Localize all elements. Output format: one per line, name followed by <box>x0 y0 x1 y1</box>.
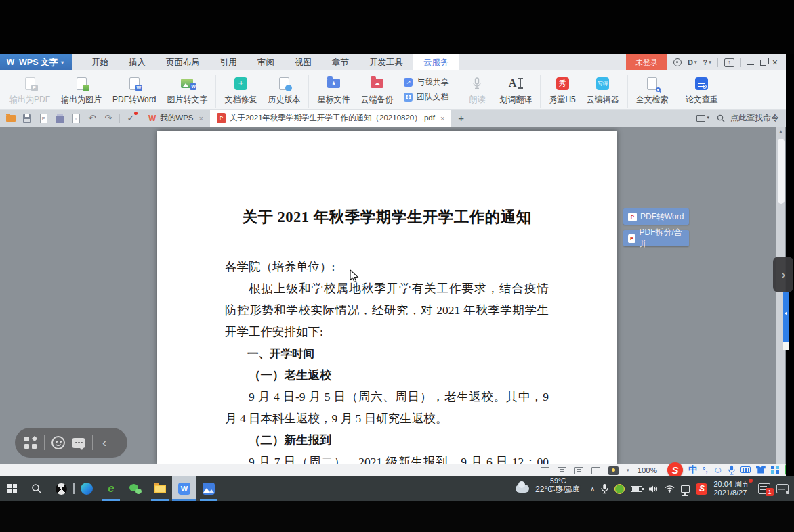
chat-bubble-icon[interactable] <box>72 438 85 448</box>
scrollbar-thumb[interactable] <box>778 139 785 204</box>
close-button[interactable]: × <box>772 58 778 67</box>
start-button[interactable] <box>0 476 24 501</box>
print-icon[interactable] <box>54 113 65 124</box>
theme-skin-button[interactable]: D▾ <box>688 58 696 66</box>
emoji-icon[interactable]: ☺ <box>713 464 722 475</box>
wps-taskbar-icon[interactable] <box>172 476 196 501</box>
360-tray-icon[interactable] <box>614 484 625 494</box>
weather-icon[interactable] <box>516 485 529 493</box>
ribbon-history-version[interactable]: 历史版本 <box>262 74 306 106</box>
menu-tab-review[interactable]: 审阅 <box>247 54 285 70</box>
scroll-up-arrow[interactable]: ▲ <box>776 127 785 137</box>
tray-microphone-icon[interactable] <box>601 483 608 494</box>
volume-icon[interactable] <box>648 485 659 493</box>
clock[interactable]: 20:04 周五 2021/8/27 <box>713 480 752 497</box>
panel-collapse-button[interactable]: › <box>773 257 793 292</box>
find-command[interactable]: 点此查找命令 <box>730 112 779 124</box>
wps-app-menu[interactable]: WPS 文字 ▾ <box>0 54 72 70</box>
read-mode-icon[interactable] <box>558 467 566 474</box>
file-explorer-icon[interactable] <box>148 476 172 501</box>
pdf-page[interactable]: 关于 2021 年秋季学期学生开学工作的通知 各学院（培养单位）: 根据上级和学… <box>157 131 617 464</box>
ribbon-shared-with-me[interactable]: 与我共享 <box>404 76 448 88</box>
ribbon-cloud-backup[interactable]: 云端备份 <box>355 74 398 106</box>
help-button[interactable]: ?▾ <box>703 58 711 66</box>
pdf-split-merge-button[interactable]: PDF拆分/合并 <box>623 230 689 246</box>
export-pdf-icon <box>25 76 35 91</box>
ime-language-toggle[interactable]: 中 <box>688 464 697 476</box>
menu-tab-insert[interactable]: 插入 <box>119 54 156 70</box>
menu-tab-cloud-service[interactable]: 云服务 <box>413 54 459 70</box>
menu-tab-section[interactable]: 章节 <box>322 54 359 70</box>
taskbar-search-icon[interactable] <box>24 476 49 501</box>
chevron-left-icon[interactable]: ‹ <box>102 436 106 450</box>
ime-punctuation-toggle[interactable]: °, <box>703 466 707 474</box>
keyboard-icon[interactable] <box>740 466 751 473</box>
fit-page-icon[interactable] <box>541 467 549 474</box>
new-tab-button[interactable]: + <box>451 110 471 127</box>
wechat-icon[interactable] <box>123 476 148 501</box>
menu-tab-page-layout[interactable]: 页面布局 <box>156 54 210 70</box>
edge-scroll-indicator[interactable] <box>783 292 789 342</box>
open-folder-icon[interactable] <box>5 113 16 124</box>
pdf-to-word-button[interactable]: PDF转Word <box>623 208 689 225</box>
ribbon-cloud-editor[interactable]: 云编辑器 <box>581 74 625 106</box>
notes-tray-icon[interactable]: 1 <box>758 483 770 494</box>
sogou-logo-icon[interactable]: S <box>667 462 683 478</box>
ribbon-team-docs[interactable]: 团队文档 <box>404 91 448 103</box>
print-preview-icon[interactable]: ⌕ <box>70 113 81 124</box>
ribbon-read-aloud[interactable]: 朗读 <box>460 74 494 106</box>
ribbon-xiutang-h5[interactable]: 秀堂H5 <box>543 74 581 106</box>
sogou-tray-icon[interactable]: S <box>696 483 707 495</box>
upload-icon[interactable]: ↑ <box>724 58 734 67</box>
page-layout-icon[interactable] <box>591 467 600 474</box>
close-tab-icon[interactable]: × <box>440 114 444 123</box>
voice-input-icon[interactable] <box>728 465 735 475</box>
ink-cursor-icon[interactable]: ✓ <box>125 113 136 124</box>
redo-icon[interactable]: ↷ <box>103 113 114 124</box>
save-icon[interactable] <box>22 113 33 124</box>
restore-button[interactable] <box>760 60 766 66</box>
mountain-app-icon[interactable] <box>196 476 221 501</box>
zoom-level[interactable]: 100% <box>638 466 657 474</box>
apps-grid-icon[interactable] <box>24 437 37 449</box>
undo-icon[interactable]: ↶ <box>87 113 98 124</box>
pinwheel-app-icon[interactable] <box>49 476 73 501</box>
minimize-button[interactable] <box>747 64 754 65</box>
smiley-reaction-icon[interactable] <box>51 436 65 449</box>
ribbon-starred-files[interactable]: 星标文件 <box>312 74 355 106</box>
login-button[interactable]: 未登录 <box>626 54 667 70</box>
chevron-down-icon: ▾ <box>627 468 629 473</box>
display-icon[interactable] <box>681 485 690 493</box>
ribbon-image-to-text[interactable]: 图片转文字 <box>161 74 213 106</box>
network-icon[interactable] <box>665 485 675 493</box>
action-center-icon[interactable] <box>776 484 789 493</box>
ribbon-export-image[interactable]: 输出为图片 <box>56 74 107 106</box>
ribbon-export-pdf[interactable]: 输出为PDF <box>4 74 56 106</box>
tab-notice-pdf[interactable]: 关于2021年秋季学期学生开学工作的通知（20210820）.pdf × <box>210 110 451 127</box>
menu-tab-view[interactable]: 视图 <box>285 54 322 70</box>
feedback-icon[interactable] <box>673 58 682 66</box>
window-list-icon[interactable] <box>696 115 705 122</box>
360-browser-icon[interactable]: e <box>99 476 123 501</box>
menu-tab-dev-tools[interactable]: 开发工具 <box>359 54 413 70</box>
menu-tab-reference[interactable]: 引用 <box>210 54 247 70</box>
ribbon-full-text-search[interactable]: 全文检索 <box>631 74 674 106</box>
skin-icon[interactable] <box>756 466 766 474</box>
edge-scroll-track <box>783 342 789 350</box>
toolbox-icon[interactable] <box>771 466 780 474</box>
ribbon-doc-repair[interactable]: 文档修复 <box>219 74 262 106</box>
export-pdf-quick-icon[interactable]: P <box>38 113 49 124</box>
tab-my-wps[interactable]: W 我的WPS × <box>142 110 210 127</box>
close-tab-icon[interactable]: × <box>199 114 203 123</box>
ribbon-pdf-to-word[interactable]: PDF转Word <box>107 74 161 106</box>
menu-tab-home[interactable]: 开始 <box>81 54 119 70</box>
eye-protect-icon[interactable] <box>608 466 619 475</box>
ribbon-translate[interactable]: A 划词翻译 <box>494 74 537 106</box>
hidden-icons-chevron[interactable]: ∧ <box>590 485 595 493</box>
battery-icon[interactable] <box>631 486 642 492</box>
translate-icon: A <box>509 76 524 91</box>
ribbon-paper-check[interactable]: 论文查重 <box>680 74 724 106</box>
outline-view-icon[interactable] <box>574 467 583 474</box>
edge-browser-icon[interactable] <box>75 476 99 501</box>
notification-dot <box>749 479 753 483</box>
